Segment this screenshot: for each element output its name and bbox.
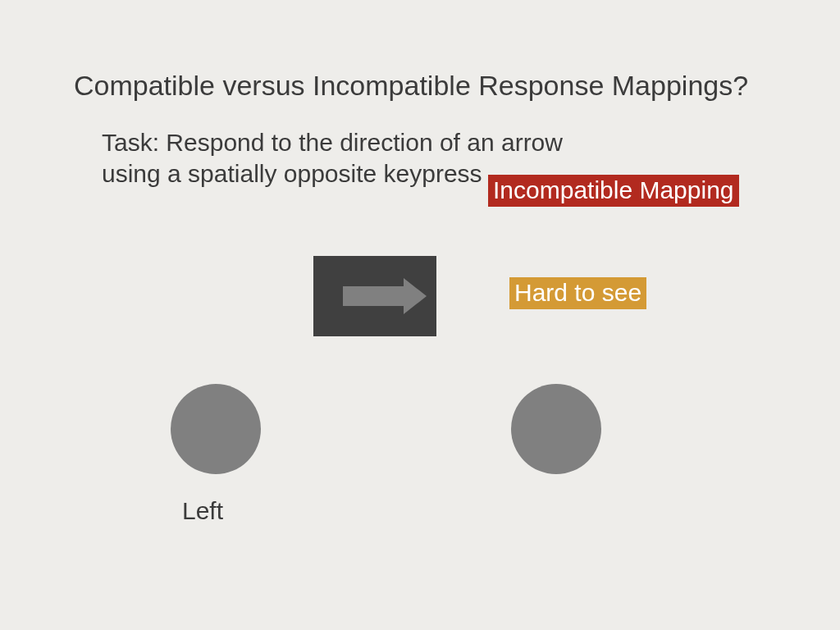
task-line-2: using a spatially opposite keypress bbox=[102, 160, 482, 187]
arrow-head-icon bbox=[404, 278, 427, 314]
right-response-button[interactable] bbox=[511, 384, 601, 474]
slide-title: Compatible versus Incompatible Response … bbox=[74, 70, 748, 102]
left-button-label: Left bbox=[182, 497, 223, 525]
slide: Compatible versus Incompatible Response … bbox=[0, 0, 840, 630]
incompatible-mapping-badge: Incompatible Mapping bbox=[488, 175, 739, 207]
left-response-button[interactable] bbox=[171, 384, 261, 474]
task-line-1: Task: Respond to the direction of an arr… bbox=[102, 129, 563, 156]
hard-to-see-badge: Hard to see bbox=[509, 277, 646, 309]
right-arrow-icon bbox=[343, 286, 407, 306]
stimulus-box bbox=[313, 256, 436, 336]
